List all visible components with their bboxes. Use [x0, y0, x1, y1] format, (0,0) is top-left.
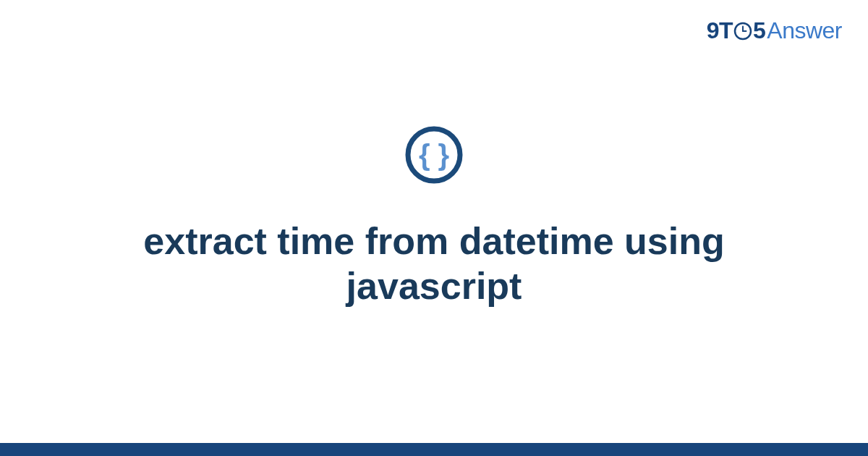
page-title: extract time from datetime using javascr… — [72, 219, 796, 309]
svg-text:{ }: { } — [419, 139, 449, 171]
braces-icon: { } — [405, 126, 463, 187]
main-content: { } extract time from datetime using jav… — [0, 0, 868, 456]
footer-bar — [0, 443, 868, 456]
